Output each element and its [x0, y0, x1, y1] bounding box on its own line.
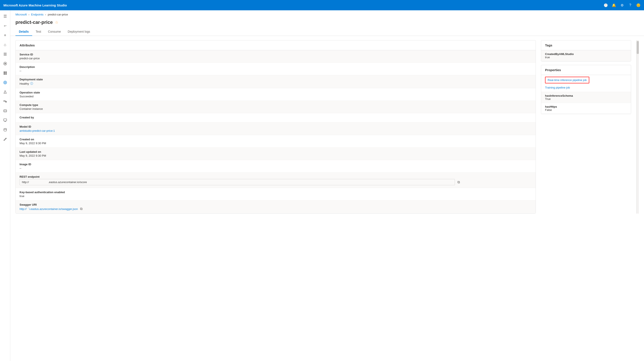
attributes-header: Attributes [16, 40, 536, 50]
breadcrumb-sep2: › [45, 13, 46, 16]
sidebar-menu-icon[interactable]: ☰ [1, 12, 10, 21]
attr-description-value: -- [20, 69, 532, 72]
attr-operation-state-value: Succeeded [20, 95, 532, 98]
sidebar-back-icon[interactable]: ↩ [1, 22, 10, 30]
tab-consume[interactable]: Consume [45, 28, 64, 36]
app-title: Microsoft Azure Machine Learning Studio [4, 4, 604, 7]
sidebar-new-icon[interactable]: + [1, 31, 10, 40]
scrollbar[interactable] [636, 40, 639, 214]
scroll-thumb[interactable] [637, 41, 639, 54]
realtime-inference-pipeline-link[interactable]: Real-time inference pipeline job [545, 77, 589, 83]
prop-has-https-key: hasHttps [545, 105, 627, 108]
sidebar-jobs-icon[interactable] [1, 50, 10, 59]
attr-service-id-label: Service ID [20, 53, 532, 56]
svg-rect-7 [4, 73, 5, 75]
attr-deployment-state-label: Deployment state [20, 78, 532, 81]
sidebar-components-icon[interactable] [1, 97, 10, 106]
attr-description-label: Description [20, 65, 532, 69]
attr-deployment-state-value: Healthy [20, 82, 29, 85]
svg-point-9 [4, 81, 7, 84]
svg-line-22 [6, 138, 6, 139]
attr-operation-state-label: Operation state [20, 91, 532, 94]
svg-rect-15 [4, 110, 7, 112]
svg-rect-8 [5, 73, 7, 75]
attr-image-id: Image ID -- [16, 160, 536, 173]
svg-rect-11 [4, 101, 5, 101]
attr-operation-state: Operation state Succeeded [16, 88, 536, 101]
sidebar-endpoints-icon[interactable] [1, 78, 10, 87]
breadcrumb-microsoft[interactable]: Microsoft [16, 13, 27, 16]
nav-tabs: Details Test Consume Deployment logs [10, 25, 644, 36]
tab-details[interactable]: Details [16, 28, 32, 36]
content-area: Attributes Service ID predict-car-price … [10, 36, 644, 218]
attr-service-id: Service ID predict-car-price [16, 50, 536, 63]
training-pipeline-link[interactable]: Training pipeline job [541, 83, 631, 92]
attr-last-updated-value: May 9, 2022 9:30 PM [20, 154, 532, 157]
breadcrumb-endpoints[interactable]: Endpoints [31, 13, 44, 16]
sidebar-edit-icon[interactable] [1, 135, 10, 144]
attr-key-auth-value: true [20, 194, 532, 198]
attr-compute-type-label: Compute type [20, 103, 532, 107]
copy-endpoint-icon[interactable]: ⧉ [458, 180, 460, 184]
copy-swagger-icon[interactable]: ⧉ [80, 207, 82, 211]
tab-test[interactable]: Test [32, 28, 45, 36]
attr-description: Description -- [16, 63, 536, 75]
topbar-icons: 🕐 🔔 ⚙ ? 😊 [604, 3, 640, 7]
svg-point-21 [4, 129, 6, 130]
attr-rest-endpoint: REST endpoint ⧉ [16, 173, 536, 188]
sidebar-db-icon[interactable] [1, 126, 10, 134]
attr-image-id-value: -- [20, 167, 532, 170]
attr-created-on-value: May 9, 2022 9:30 PM [20, 142, 532, 145]
prop-has-inference-schema-value: True [545, 97, 627, 101]
sidebar-data-icon[interactable] [1, 69, 10, 77]
attr-key-auth: Key-based authentication enabled true [16, 188, 536, 200]
clock-icon[interactable]: 🕐 [604, 3, 608, 7]
attr-model-id-label: Model ID [20, 125, 532, 128]
tags-header: Tags [541, 40, 631, 50]
sidebar: ☰ ↩ + ⌂ [0, 10, 10, 361]
attr-last-updated-label: Last updated on [20, 150, 532, 153]
attr-model-id-value[interactable]: amlstudio-predict-car-price:1 [20, 129, 55, 132]
tags-card: Tags CreatedByAMLStudio true [541, 40, 631, 62]
tag-row-created-by-aml: CreatedByAMLStudio true [541, 50, 631, 61]
svg-rect-6 [5, 72, 7, 73]
sidebar-home-icon[interactable]: ⌂ [1, 40, 10, 49]
sidebar-monitor-icon[interactable] [1, 116, 10, 125]
main-content: Microsoft › Endpoints › predict-car-pric… [10, 10, 644, 361]
help-icon[interactable]: ? [628, 3, 632, 7]
svg-rect-18 [4, 119, 7, 121]
attr-swagger-uri-row: http://´ ´i.eastus.azurecontainer.io/swa… [20, 207, 532, 211]
info-icon[interactable]: ⓘ [30, 82, 33, 86]
attr-swagger-uri-value[interactable]: http://´ ´i.eastus.azurecontainer.io/swa… [20, 207, 78, 211]
right-panel: Tags CreatedByAMLStudio true Properties … [541, 40, 631, 214]
attr-created-by: Created by [16, 113, 536, 123]
svg-rect-5 [4, 72, 5, 73]
sidebar-assets-icon[interactable] [1, 59, 10, 68]
tag-val-created-by-aml: true [545, 56, 627, 59]
bell-icon[interactable]: 🔔 [612, 3, 616, 7]
properties-header: Properties [541, 65, 631, 75]
attr-last-updated: Last updated on May 9, 2022 9:30 PM [16, 148, 536, 160]
attr-rest-endpoint-row: ⧉ [20, 179, 532, 185]
rest-endpoint-input[interactable] [20, 179, 455, 185]
prop-has-https: hasHttps False [541, 103, 631, 114]
favorite-star-icon[interactable]: ☆ [55, 20, 58, 25]
sidebar-compute-icon[interactable] [1, 107, 10, 115]
attr-created-by-label: Created by [20, 116, 532, 119]
user-icon[interactable]: 😊 [636, 3, 640, 7]
attr-compute-type-value: Container instance [20, 107, 532, 110]
prop-has-inference-schema: hasInferenceSchema True [541, 92, 631, 103]
sidebar-lab-icon[interactable] [1, 88, 10, 96]
breadcrumb-sep1: › [28, 13, 30, 16]
svg-rect-2 [4, 55, 7, 56]
topbar: Microsoft Azure Machine Learning Studio … [0, 0, 644, 10]
attr-created-on: Created on May 9, 2022 9:30 PM [16, 135, 536, 148]
tab-deployment-logs[interactable]: Deployment logs [64, 28, 94, 36]
attr-created-on-label: Created on [20, 138, 532, 141]
gear-icon[interactable]: ⚙ [620, 3, 624, 7]
attr-image-id-label: Image ID [20, 163, 532, 166]
attr-service-id-value: predict-car-price [20, 57, 532, 60]
prop-has-https-value: False [545, 108, 627, 112]
prop-has-inference-schema-key: hasInferenceSchema [545, 94, 627, 97]
attr-deployment-state-row: Healthy ⓘ [20, 82, 532, 86]
